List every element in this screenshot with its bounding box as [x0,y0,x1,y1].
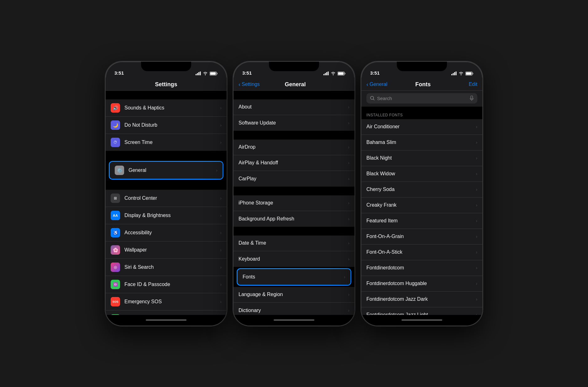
notch-3 [397,62,447,71]
svg-rect-15 [453,73,454,75]
list-item-bgrefresh[interactable]: Background App Refresh › [234,211,354,227]
settings-list[interactable]: 🔊 Sounds & Haptics › 🌙 Do Not Disturb › … [106,91,227,315]
notch-1 [141,62,191,71]
list-item-faceid[interactable]: 🆔 Face ID & Passcode › [106,276,227,293]
list-item-storage[interactable]: iPhone Storage › [234,195,354,211]
font-black-night[interactable]: Black Night › [361,151,482,166]
font-fontdinerdotcom-jazz-dark[interactable]: Fontdinerdotcom Jazz Dark › [361,292,482,307]
font-font-on-a-grain[interactable]: Font-On-A-Grain › [361,229,482,245]
list-item-sounds[interactable]: 🔊 Sounds & Haptics › [106,99,227,117]
general-group-4: Date & Time › Keyboard › [234,236,354,267]
sounds-icon: 🔊 [111,103,120,113]
highlighted-fonts[interactable]: Fonts › [237,268,351,286]
dnd-label: Do Not Disturb [124,122,218,128]
chevron-icon: › [476,187,477,192]
home-bar-1 [146,319,186,321]
back-button-2[interactable]: ‹ Settings [239,81,260,88]
time-3: 3:51 [370,70,380,76]
list-item-dnd[interactable]: 🌙 Do Not Disturb › [106,117,227,134]
page-title-2: General [260,81,331,88]
battery-icon [210,72,218,76]
fonts-list[interactable]: INSTALLED FONTS Air Conditioner › Bahama… [361,107,482,315]
phone-2: 3:51 ‹ Settings [233,61,355,326]
list-item-wallpaper[interactable]: 🌸 Wallpaper › [106,241,227,259]
wifi-icon-3 [459,72,464,75]
font-fontdinerdotcom-jazz-light[interactable]: Fontdinerdotcom Jazz Light › [361,307,482,315]
search-bar[interactable]: Search [366,93,477,103]
chevron-icon: › [476,203,477,208]
edit-button[interactable]: Edit [459,82,477,87]
font-font-on-a-stick[interactable]: Font-On-A-Stick › [361,245,482,260]
chevron-icon: › [220,196,222,201]
back-button-3[interactable]: ‹ General [366,81,387,88]
chevron-icon: › [348,120,349,125]
phone-1: 3:51 Settings [105,61,227,326]
font-bahama-slim[interactable]: Bahama Slim › [361,135,482,151]
list-item-fonts[interactable]: Fonts › [238,269,350,285]
list-item-screentime[interactable]: ⏱ Screen Time › [106,134,227,151]
font-label: Black Night [366,155,473,161]
search-placeholder: Search [377,96,467,101]
font-featured-item[interactable]: Featured Item › [361,213,482,229]
list-item-softwareupdate[interactable]: Software Update › [234,115,354,131]
font-label: Air Conditioner [366,124,473,130]
screen-1: Settings 🔊 Sounds & Haptics › 🌙 Do [106,77,227,326]
list-item-dictionary[interactable]: Dictionary › [234,303,354,315]
fonts-label: Fonts [243,274,341,280]
font-fontdinerdotcom[interactable]: Fontdinerdotcom › [361,260,482,276]
list-item-sos[interactable]: SOS Emergency SOS › [106,293,227,310]
list-item-display[interactable]: AA Display & Brightness › [106,207,227,224]
highlighted-general[interactable]: ⚙️ General › [109,161,223,180]
settings-group-1: 🔊 Sounds & Haptics › 🌙 Do Not Disturb › … [106,99,227,151]
back-arrow-2: ‹ [239,81,240,88]
svg-line-22 [373,99,374,100]
list-item-siri[interactable]: ◎ Siri & Search › [106,259,227,276]
chevron-icon: › [476,156,477,161]
list-item-keyboard[interactable]: Keyboard › [234,251,354,267]
font-fontdinerdotcom-huggable[interactable]: Fontdinerdotcom Huggable › [361,276,482,292]
nav-header-2: ‹ Settings General [234,77,354,91]
font-black-widow[interactable]: Black Widow › [361,166,482,182]
font-air-conditioner[interactable]: Air Conditioner › [361,119,482,135]
page-title-3: Fonts [387,81,459,88]
list-item-accessibility[interactable]: ♿ Accessibility › [106,224,227,241]
svg-rect-14 [451,74,452,75]
general-label: General [129,167,213,173]
list-item-controlcenter[interactable]: ⊞ Control Center › [106,190,227,207]
dictionary-label: Dictionary [239,308,345,313]
font-label: Font-On-A-Grain [366,234,473,239]
battery-icon-item: 🔋 [111,314,120,315]
list-item-airdrop[interactable]: AirDrop › [234,140,354,155]
siri-icon: ◎ [111,262,120,272]
svg-rect-17 [456,72,457,75]
nav-header-3: ‹ General Fonts Edit [361,77,482,91]
chevron-icon: › [476,297,477,302]
font-label: Bahama Slim [366,140,473,145]
list-item-about[interactable]: About › [234,99,354,115]
storage-label: iPhone Storage [239,200,345,206]
general-list[interactable]: About › Software Update › AirDrop › AirP… [234,91,354,315]
font-label: Fontdinerdotcom Jazz Dark [366,296,473,302]
signal-icon [196,72,201,75]
chevron-icon: › [220,123,222,128]
chevron-icon: › [476,124,477,129]
general-icon: ⚙️ [115,166,124,175]
list-item-airplay[interactable]: AirPlay & Handoff › [234,155,354,171]
svg-rect-8 [325,73,326,75]
chevron-icon: › [348,241,349,246]
list-item-language[interactable]: Language & Region › [234,287,354,303]
font-label: Fontdinerdotcom Huggable [366,281,473,286]
signal-icon-3 [451,72,457,75]
wallpaper-label: Wallpaper [124,247,218,253]
chevron-icon: › [348,104,349,109]
list-item-carplay[interactable]: CarPlay › [234,171,354,187]
font-cherry-soda[interactable]: Cherry Soda › [361,182,482,198]
datetime-label: Date & Time [239,240,345,246]
list-item-general[interactable]: ⚙️ General › [110,162,223,179]
font-creaky-frank[interactable]: Creaky Frank › [361,198,482,213]
back-label-2: Settings [242,82,260,87]
list-item-datetime[interactable]: Date & Time › [234,236,354,251]
status-icons-1 [196,72,218,76]
list-item-battery[interactable]: 🔋 Battery › [106,310,227,315]
chevron-icon: › [476,250,477,255]
